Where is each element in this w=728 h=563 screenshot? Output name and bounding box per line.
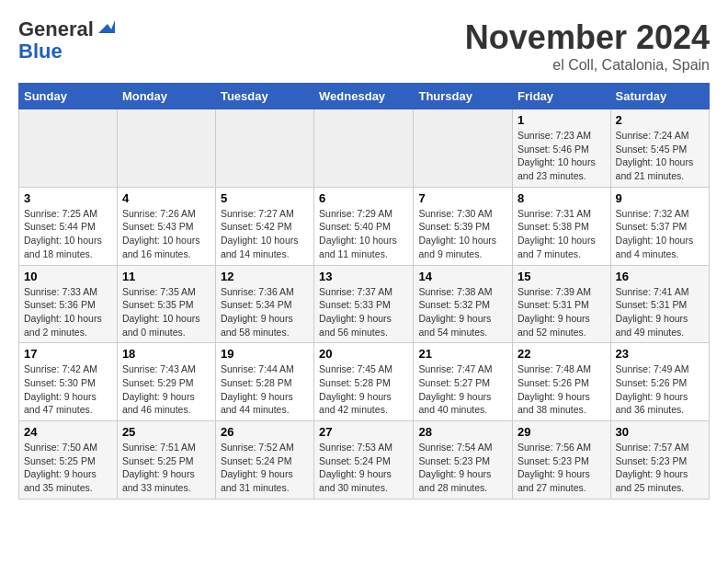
day-cell: 20Sunrise: 7:45 AMSunset: 5:28 PMDayligh… — [314, 343, 414, 421]
day-number: 3 — [24, 191, 112, 205]
day-info: Sunrise: 7:52 AMSunset: 5:24 PMDaylight:… — [221, 441, 309, 495]
day-cell: 21Sunrise: 7:47 AMSunset: 5:27 PMDayligh… — [414, 343, 513, 421]
day-info: Sunrise: 7:24 AMSunset: 5:45 PMDaylight:… — [616, 129, 704, 183]
day-info: Sunrise: 7:53 AMSunset: 5:24 PMDaylight:… — [319, 441, 408, 495]
col-header-thursday: Thursday — [414, 84, 513, 109]
week-row-2: 3Sunrise: 7:25 AMSunset: 5:44 PMDaylight… — [19, 187, 710, 265]
day-cell — [19, 109, 118, 188]
logo-blue: Blue — [18, 40, 63, 63]
day-cell: 17Sunrise: 7:42 AMSunset: 5:30 PMDayligh… — [19, 343, 118, 421]
day-info: Sunrise: 7:51 AMSunset: 5:25 PMDaylight:… — [122, 441, 210, 495]
week-row-4: 17Sunrise: 7:42 AMSunset: 5:30 PMDayligh… — [19, 343, 710, 421]
col-header-friday: Friday — [513, 84, 611, 109]
day-number: 18 — [122, 347, 210, 361]
day-info: Sunrise: 7:27 AMSunset: 5:42 PMDaylight:… — [221, 207, 309, 261]
day-cell: 13Sunrise: 7:37 AMSunset: 5:33 PMDayligh… — [314, 265, 414, 343]
day-number: 24 — [24, 425, 112, 439]
day-number: 20 — [319, 347, 408, 361]
day-number: 15 — [518, 270, 606, 283]
day-info: Sunrise: 7:56 AMSunset: 5:23 PMDaylight:… — [518, 441, 606, 495]
day-info: Sunrise: 7:31 AMSunset: 5:38 PMDaylight:… — [518, 207, 606, 261]
day-number: 23 — [616, 347, 704, 361]
day-info: Sunrise: 7:44 AMSunset: 5:28 PMDaylight:… — [221, 362, 309, 417]
month-title: November 2024 — [465, 18, 710, 57]
day-number: 17 — [24, 347, 112, 361]
day-number: 22 — [518, 347, 606, 361]
day-cell: 16Sunrise: 7:41 AMSunset: 5:31 PMDayligh… — [610, 265, 709, 343]
day-cell: 26Sunrise: 7:52 AMSunset: 5:24 PMDayligh… — [215, 421, 313, 500]
day-cell — [117, 109, 215, 188]
day-cell: 4Sunrise: 7:26 AMSunset: 5:43 PMDaylight… — [117, 187, 215, 265]
day-cell: 24Sunrise: 7:50 AMSunset: 5:25 PMDayligh… — [19, 421, 118, 500]
day-cell: 22Sunrise: 7:48 AMSunset: 5:26 PMDayligh… — [513, 343, 611, 421]
day-cell: 15Sunrise: 7:39 AMSunset: 5:31 PMDayligh… — [513, 265, 611, 343]
day-info: Sunrise: 7:23 AMSunset: 5:46 PMDaylight:… — [518, 129, 606, 183]
day-cell: 7Sunrise: 7:30 AMSunset: 5:39 PMDaylight… — [414, 187, 513, 265]
day-cell: 10Sunrise: 7:33 AMSunset: 5:36 PMDayligh… — [19, 265, 118, 343]
day-number: 9 — [616, 191, 704, 205]
day-number: 5 — [221, 191, 309, 205]
day-number: 13 — [319, 270, 408, 283]
day-info: Sunrise: 7:54 AMSunset: 5:23 PMDaylight:… — [418, 441, 507, 495]
day-cell: 12Sunrise: 7:36 AMSunset: 5:34 PMDayligh… — [215, 265, 313, 343]
day-info: Sunrise: 7:43 AMSunset: 5:29 PMDaylight:… — [122, 362, 210, 417]
day-number: 25 — [122, 425, 210, 439]
logo-text: General — [18, 18, 94, 40]
day-cell: 14Sunrise: 7:38 AMSunset: 5:32 PMDayligh… — [414, 265, 513, 343]
col-header-saturday: Saturday — [610, 84, 709, 109]
day-cell: 28Sunrise: 7:54 AMSunset: 5:23 PMDayligh… — [414, 421, 513, 500]
day-number: 10 — [24, 270, 112, 283]
day-cell: 27Sunrise: 7:53 AMSunset: 5:24 PMDayligh… — [314, 421, 414, 500]
day-info: Sunrise: 7:37 AMSunset: 5:33 PMDaylight:… — [319, 285, 408, 339]
day-cell: 5Sunrise: 7:27 AMSunset: 5:42 PMDaylight… — [215, 187, 313, 265]
day-cell: 29Sunrise: 7:56 AMSunset: 5:23 PMDayligh… — [513, 421, 611, 500]
day-number: 2 — [616, 113, 704, 127]
day-cell: 19Sunrise: 7:44 AMSunset: 5:28 PMDayligh… — [215, 343, 313, 421]
day-number: 4 — [122, 191, 210, 205]
day-cell: 18Sunrise: 7:43 AMSunset: 5:29 PMDayligh… — [117, 343, 215, 421]
day-info: Sunrise: 7:25 AMSunset: 5:44 PMDaylight:… — [24, 207, 112, 261]
day-info: Sunrise: 7:41 AMSunset: 5:31 PMDaylight:… — [616, 285, 704, 339]
location: el Coll, Catalonia, Spain — [465, 57, 710, 74]
col-header-monday: Monday — [117, 84, 215, 109]
day-info: Sunrise: 7:38 AMSunset: 5:32 PMDaylight:… — [418, 285, 507, 339]
day-info: Sunrise: 7:39 AMSunset: 5:31 PMDaylight:… — [518, 285, 606, 339]
day-info: Sunrise: 7:57 AMSunset: 5:23 PMDaylight:… — [616, 441, 704, 495]
day-info: Sunrise: 7:42 AMSunset: 5:30 PMDaylight:… — [24, 362, 112, 417]
day-number: 6 — [319, 191, 408, 205]
day-number: 21 — [418, 347, 507, 361]
day-number: 16 — [616, 270, 704, 283]
day-number: 14 — [418, 270, 507, 283]
logo: General Blue — [18, 18, 115, 63]
day-info: Sunrise: 7:33 AMSunset: 5:36 PMDaylight:… — [24, 285, 112, 339]
day-info: Sunrise: 7:30 AMSunset: 5:39 PMDaylight:… — [418, 207, 507, 261]
week-row-5: 24Sunrise: 7:50 AMSunset: 5:25 PMDayligh… — [19, 421, 710, 500]
logo-icon — [95, 17, 115, 37]
day-cell: 3Sunrise: 7:25 AMSunset: 5:44 PMDaylight… — [19, 187, 118, 265]
day-info: Sunrise: 7:48 AMSunset: 5:26 PMDaylight:… — [518, 362, 606, 417]
day-number: 30 — [616, 425, 704, 439]
day-cell: 25Sunrise: 7:51 AMSunset: 5:25 PMDayligh… — [117, 421, 215, 500]
day-number: 26 — [221, 425, 309, 439]
day-cell — [314, 109, 414, 188]
header-row: SundayMondayTuesdayWednesdayThursdayFrid… — [19, 84, 710, 109]
day-number: 28 — [418, 425, 507, 439]
header: General Blue November 2024 el Coll, Cata… — [18, 18, 710, 74]
day-number: 29 — [518, 425, 606, 439]
day-cell: 11Sunrise: 7:35 AMSunset: 5:35 PMDayligh… — [117, 265, 215, 343]
svg-marker-0 — [98, 20, 115, 33]
day-number: 7 — [418, 191, 507, 205]
day-info: Sunrise: 7:32 AMSunset: 5:37 PMDaylight:… — [616, 207, 704, 261]
day-info: Sunrise: 7:47 AMSunset: 5:27 PMDaylight:… — [418, 362, 507, 417]
calendar-table: SundayMondayTuesdayWednesdayThursdayFrid… — [18, 83, 710, 500]
week-row-1: 1Sunrise: 7:23 AMSunset: 5:46 PMDaylight… — [19, 109, 710, 188]
day-number: 19 — [221, 347, 309, 361]
day-cell — [414, 109, 513, 188]
day-number: 12 — [221, 270, 309, 283]
logo-general: General — [18, 17, 94, 40]
day-number: 11 — [122, 270, 210, 283]
day-info: Sunrise: 7:26 AMSunset: 5:43 PMDaylight:… — [122, 207, 210, 261]
day-cell — [215, 109, 313, 188]
week-row-3: 10Sunrise: 7:33 AMSunset: 5:36 PMDayligh… — [19, 265, 710, 343]
day-info: Sunrise: 7:35 AMSunset: 5:35 PMDaylight:… — [122, 285, 210, 339]
